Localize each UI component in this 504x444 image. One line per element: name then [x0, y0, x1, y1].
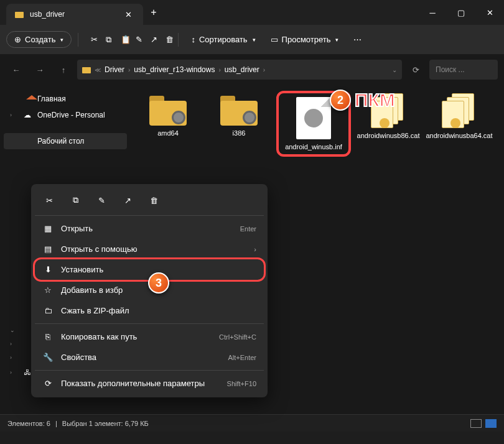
separator	[35, 215, 264, 216]
sidebar-label: Рабочий стол	[37, 137, 84, 146]
menu-label: Сжать в ZIP-файл	[61, 306, 256, 315]
folder-icon	[219, 93, 259, 126]
pkm-label: ПКМ	[355, 90, 395, 111]
minimize-button[interactable]: ─	[418, 0, 447, 25]
up-button[interactable]: ↑	[54, 60, 73, 80]
folder-item[interactable]: amd64	[137, 93, 199, 154]
menu-properties[interactable]: 🔧 Свойства Alt+Enter	[35, 347, 264, 368]
file-item-cat[interactable]: androidwinusba64.cat	[428, 93, 490, 154]
separator	[35, 370, 264, 371]
window-controls: ─ ▢ ✕	[418, 0, 504, 25]
cut-button[interactable]: ✂	[37, 190, 61, 210]
chevron-down-icon: ▾	[253, 37, 256, 43]
share-button[interactable]: ↗	[144, 31, 157, 48]
open-icon: ▦	[42, 224, 54, 233]
menu-label: Свойства	[61, 353, 220, 362]
search-placeholder: Поиск ...	[436, 65, 465, 74]
more-icon: ⟳	[42, 379, 54, 388]
shortcut: Enter	[240, 225, 256, 233]
view-button[interactable]: ▭ Просмотреть ▾	[264, 31, 345, 48]
icons-view-button[interactable]	[485, 419, 497, 428]
create-label: Создать	[25, 35, 55, 44]
file-label: i386	[233, 129, 246, 137]
status-count: Элементов: 6	[7, 420, 50, 427]
new-tab-button[interactable]: +	[143, 7, 164, 18]
statusbar: Элементов: 6 | Выбран 1 элемент: 6,79 КБ	[0, 414, 504, 432]
chevron-right-icon: ›	[128, 67, 130, 73]
menu-label: Копировать как путь	[61, 332, 212, 341]
chevron-right-icon: ›	[218, 67, 220, 73]
folder-icon	[82, 66, 91, 73]
separator	[35, 323, 264, 324]
menu-copy-path[interactable]: ⎘ Копировать как путь Ctrl+Shift+C	[35, 326, 264, 347]
breadcrumb-part[interactable]: Driver	[105, 65, 124, 74]
breadcrumb-chevron-icon: ≪	[95, 67, 101, 73]
close-button[interactable]: ✕	[475, 0, 504, 25]
copy-button[interactable]: ⧉	[100, 31, 112, 49]
menu-label: Открыть	[61, 224, 233, 233]
sidebar-item-onedrive[interactable]: › ☁ OneDrive - Personal	[4, 107, 127, 123]
details-view-button[interactable]	[470, 419, 482, 428]
rename-button[interactable]: ✎	[129, 31, 142, 48]
maximize-button[interactable]: ▢	[447, 0, 475, 25]
more-button[interactable]: ⋯	[347, 31, 368, 48]
properties-icon: 🔧	[42, 353, 54, 362]
open-with-icon: ▤	[42, 244, 54, 254]
plus-icon: ⊕	[14, 35, 21, 44]
zip-icon: 🗀	[42, 306, 54, 315]
back-button[interactable]: ←	[6, 60, 26, 80]
cloud-icon: ☁	[22, 111, 32, 119]
chevron-right-icon: ›	[10, 112, 17, 118]
share-button[interactable]: ↗	[116, 190, 139, 210]
folder-icon	[15, 10, 24, 19]
delete-button[interactable]: 🗑	[159, 31, 172, 48]
menu-zip[interactable]: 🗀 Сжать в ZIP-файл	[35, 300, 264, 321]
separator	[178, 33, 179, 47]
create-button[interactable]: ⊕ Создать ▾	[6, 31, 72, 48]
separator	[78, 33, 78, 47]
folder-item[interactable]: i386	[208, 93, 270, 154]
context-icon-row: ✂ ⧉ ✎ ↗ 🗑	[35, 188, 264, 213]
paste-button[interactable]: 📋	[114, 31, 127, 48]
file-label: android_winusb.inf	[285, 143, 342, 150]
view-label: Просмотреть	[282, 35, 331, 44]
cut-button[interactable]: ✂	[85, 31, 97, 48]
sidebar-label: Главная	[37, 95, 66, 103]
sidebar-label: OneDrive - Personal	[37, 111, 105, 119]
breadcrumb-part[interactable]: usb_driver	[225, 65, 259, 74]
shortcut: Alt+Enter	[228, 354, 256, 361]
rename-button[interactable]: ✎	[90, 190, 113, 210]
titlebar: usb_driver ✕ + ─ ▢ ✕	[0, 0, 504, 25]
context-menu: ✂ ⧉ ✎ ↗ 🗑 ▦ Открыть Enter ▤ Открыть с по…	[31, 184, 268, 397]
cat-file-icon	[442, 93, 477, 128]
menu-label: Показать дополнительные параметры	[61, 379, 220, 388]
sort-label: Сортировать	[199, 35, 248, 44]
window-tab[interactable]: usb_driver ✕	[6, 4, 143, 25]
sidebar-item-desktop[interactable]: Рабочий стол	[4, 133, 127, 149]
menu-label: Открыть с помощью	[61, 244, 246, 254]
breadcrumb[interactable]: ≪ Driver › usb_driver_r13-windows › usb_…	[77, 60, 402, 80]
tab-title: usb_driver	[30, 10, 116, 19]
refresh-button[interactable]: ⟳	[406, 60, 426, 80]
menu-open-with[interactable]: ▤ Открыть с помощью ›	[35, 239, 264, 259]
close-tab-icon[interactable]: ✕	[122, 10, 134, 19]
copy-button[interactable]: ⧉	[63, 190, 87, 210]
sort-icon: ↕	[191, 35, 195, 44]
menu-open[interactable]: ▦ Открыть Enter	[35, 218, 264, 239]
menu-more-options[interactable]: ⟳ Показать дополнительные параметры Shif…	[35, 373, 264, 394]
view-switcher	[470, 419, 497, 428]
inf-file-icon	[296, 97, 331, 139]
breadcrumb-part[interactable]: usb_driver_r13-windows	[134, 65, 215, 74]
chevron-down-icon[interactable]: ⌄	[392, 67, 397, 73]
delete-button[interactable]: 🗑	[142, 190, 166, 210]
copy-path-icon: ⎘	[42, 332, 54, 341]
sidebar-item-home[interactable]: Главная	[4, 91, 127, 107]
shortcut: Shift+F10	[227, 380, 256, 387]
sort-button[interactable]: ↕ Сортировать ▾	[185, 31, 261, 48]
file-label: amd64	[157, 129, 179, 137]
search-input[interactable]: Поиск ...	[429, 60, 498, 80]
star-icon: ☆	[42, 285, 54, 295]
forward-button[interactable]: →	[30, 60, 50, 80]
toolbar: ⊕ Создать ▾ ✂ ⧉ 📋 ✎ ↗ 🗑 ↕ Сортировать ▾ …	[0, 25, 504, 55]
chevron-right-icon: ›	[254, 246, 256, 253]
